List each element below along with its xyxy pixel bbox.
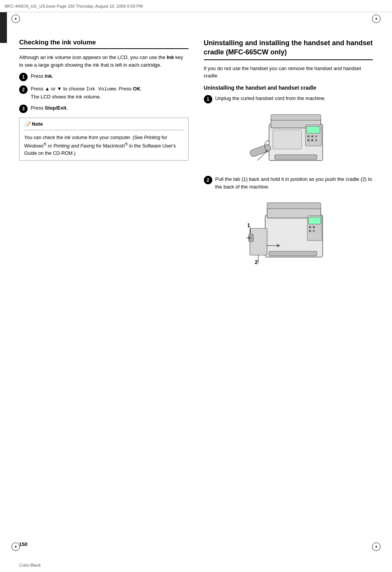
step-3: 3 Press Stop/Exit. [19, 104, 189, 113]
svg-point-6 [307, 135, 310, 138]
left-intro: Although an ink volume icon appears on t… [19, 54, 189, 69]
svg-rect-12 [273, 130, 302, 149]
printer-image-2: 1 2 [244, 196, 332, 272]
svg-point-23 [313, 230, 315, 232]
svg-point-9 [307, 139, 310, 141]
svg-rect-5 [307, 126, 320, 133]
svg-point-7 [311, 135, 313, 138]
step-2-content: Press ▲ or ▼ to choose Ink Volume. Press… [31, 85, 189, 100]
svg-point-20 [309, 226, 311, 228]
svg-rect-17 [269, 251, 317, 256]
note-box: 📝 Note You can check the ink volume from… [19, 118, 189, 160]
step-1-num: 1 [19, 73, 28, 81]
right-intro: If you do not use the handset you can re… [204, 65, 373, 80]
svg-rect-3 [275, 155, 317, 159]
svg-point-11 [315, 139, 317, 141]
step-2: 2 Press ▲ or ▼ to choose Ink Volume. Pre… [19, 85, 189, 100]
right-section-title: Uninstalling and installing the handset … [204, 38, 373, 60]
page-number: 150 [19, 541, 28, 547]
svg-point-22 [309, 230, 311, 232]
footer-color-text: Color:Black [19, 563, 41, 567]
svg-point-8 [315, 135, 317, 138]
left-column: Checking the ink volume Although an ink … [19, 38, 189, 534]
svg-rect-16 [267, 203, 321, 209]
reg-mark-tr [372, 15, 381, 23]
left-section-title: Checking the ink volume [19, 38, 189, 49]
image-container-2: 1 2 [204, 196, 373, 272]
svg-rect-13 [249, 144, 272, 157]
reg-mark-tl [11, 15, 20, 23]
right-sub-title: Uninstalling the handset and handset cra… [204, 84, 373, 92]
right-step-2-content: Pull the tab (1) back and hold it in pos… [215, 175, 373, 190]
note-title: 📝 Note [24, 121, 184, 127]
header-text: MFC-440CN_UG_US.book Page 150 Thursday, … [5, 4, 143, 8]
svg-text:1: 1 [247, 222, 250, 228]
note-divider [24, 130, 184, 130]
printer-image-1 [246, 109, 330, 170]
main-content: Checking the ink volume Although an ink … [19, 38, 373, 534]
svg-rect-2 [271, 115, 321, 120]
reg-mark-br [372, 542, 381, 551]
svg-point-21 [313, 226, 315, 228]
note-text: You can check the ink volume from your c… [24, 134, 184, 157]
step-1: 1 Press Ink. [19, 72, 189, 81]
reg-mark-bl [11, 542, 20, 551]
svg-rect-19 [308, 217, 321, 224]
right-step-2-num: 2 [204, 176, 212, 184]
svg-point-10 [311, 139, 313, 141]
step-3-content: Press Stop/Exit. [31, 104, 189, 112]
svg-text:2: 2 [255, 259, 258, 265]
right-step-1: 1 Unplug the curled handset cord from th… [204, 95, 373, 103]
step-2-num: 2 [19, 85, 28, 94]
right-step-2: 2 Pull the tab (1) back and hold it in p… [204, 175, 373, 190]
right-column: Uninstalling and installing the handset … [204, 38, 373, 534]
right-step-1-num: 1 [204, 95, 212, 103]
image-container-1 [204, 109, 373, 170]
step-1-content: Press Ink. [31, 72, 189, 80]
header-bar: MFC-440CN_UG_US.book Page 150 Thursday, … [0, 0, 392, 12]
step-3-num: 3 [19, 105, 28, 113]
left-tab [0, 12, 7, 43]
right-step-1-content: Unplug the curled handset cord from the … [215, 95, 373, 102]
note-icon: 📝 [24, 121, 30, 127]
